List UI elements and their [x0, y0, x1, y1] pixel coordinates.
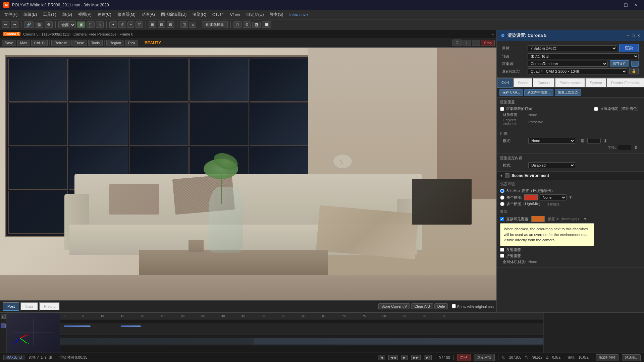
- 3dsmax-radio[interactable]: [500, 189, 504, 193]
- viewport-collapse[interactable]: −: [492, 32, 494, 36]
- unlink-button[interactable]: ⛓: [35, 22, 43, 28]
- rotate-button[interactable]: ↺: [118, 21, 126, 28]
- render-setup[interactable]: ⚙: [243, 21, 251, 28]
- stats-tab[interactable]: Stats: [20, 302, 38, 311]
- direct-visible-check[interactable]: [500, 217, 504, 221]
- delete-btn[interactable]: Dele: [434, 303, 448, 309]
- menu-edit[interactable]: 编辑(B): [21, 11, 40, 18]
- save-file-button[interactable]: 保存文件: [610, 60, 629, 67]
- single-arrow[interactable]: ▼: [569, 195, 573, 200]
- align-button[interactable]: ≡: [190, 22, 196, 28]
- redo-button[interactable]: ↪: [11, 21, 18, 28]
- frame-next[interactable]: ▶▶: [411, 355, 421, 360]
- snap3d[interactable]: ⊠: [167, 21, 174, 28]
- maxscript-area[interactable]: MAXScript: [3, 355, 25, 360]
- tab-common[interactable]: 公用: [497, 78, 513, 87]
- zoom-in[interactable]: +: [463, 40, 471, 46]
- select-circle[interactable]: ⬚: [87, 21, 95, 28]
- menu-modifiers[interactable]: 修改器(M): [115, 11, 138, 18]
- pick-button[interactable]: Pick: [125, 40, 138, 46]
- selection-dropdown[interactable]: 全部: [58, 21, 76, 28]
- single-map-radio[interactable]: [500, 195, 504, 200]
- reflect-check[interactable]: [500, 248, 504, 252]
- menu-view[interactable]: 视图(V): [75, 11, 94, 18]
- menu-custom[interactable]: 自定义(U): [244, 11, 267, 18]
- zoom-out[interactable]: −: [472, 40, 480, 46]
- menu-graph-editor[interactable]: 图形编辑器(D): [158, 11, 190, 18]
- material-editor[interactable]: ⬡: [233, 21, 241, 28]
- menu-render[interactable]: 渲染(R): [190, 11, 209, 18]
- tab-scene[interactable]: Scene: [513, 78, 533, 87]
- tab-camera[interactable]: Camera: [533, 78, 555, 87]
- auto-button[interactable]: 自动: [457, 354, 471, 361]
- erase-button[interactable]: Erase: [71, 40, 87, 46]
- render-selected-mode[interactable]: Disabled: [528, 162, 575, 168]
- lock-view[interactable]: 🔒: [629, 68, 639, 74]
- tools-button[interactable]: Tools: [88, 40, 103, 46]
- hidden-lights-check[interactable]: [500, 107, 504, 111]
- render-region[interactable]: 🔲: [262, 21, 271, 28]
- tab-performance[interactable]: Performance: [555, 78, 585, 87]
- frame-start[interactable]: |◀: [378, 355, 385, 360]
- link-button[interactable]: 🔗: [24, 21, 34, 28]
- lightmix-radio[interactable]: [500, 202, 504, 206]
- menu-create[interactable]: 创建(C): [95, 11, 114, 18]
- mirror-button[interactable]: ◫: [180, 21, 188, 28]
- menu-script[interactable]: 脚本(S): [267, 11, 286, 18]
- half-input[interactable]: 1.0: [618, 145, 631, 150]
- tab-render-elements[interactable]: Render Elements: [606, 78, 644, 87]
- preset-select[interactable]: 未选定预设: [528, 53, 639, 59]
- save-cxr-btn[interactable]: 保存 CXR...: [499, 89, 523, 96]
- close-button[interactable]: ×: [634, 2, 637, 8]
- single-color[interactable]: [524, 194, 538, 200]
- maximize-button[interactable]: □: [624, 2, 628, 8]
- menu-v1ew[interactable]: V1ew: [227, 11, 243, 18]
- show-original-check[interactable]: [452, 304, 456, 308]
- frame-prev[interactable]: ◀◀: [388, 355, 398, 360]
- region-button[interactable]: Region: [106, 40, 124, 46]
- history-tab[interactable]: History: [39, 302, 60, 311]
- set-key-btn[interactable]: 选定对集: [474, 354, 495, 361]
- exclusion-mode-select[interactable]: None: [528, 138, 575, 144]
- only-selected-check[interactable]: [594, 107, 598, 111]
- max-button[interactable]: Max: [17, 40, 30, 46]
- snap2d[interactable]: ⊟: [158, 21, 165, 28]
- frame-end[interactable]: ▶|: [424, 355, 432, 360]
- tab-system[interactable]: System: [585, 78, 606, 87]
- post-tab[interactable]: Post: [3, 302, 19, 311]
- menu-c1v11[interactable]: C1v11: [210, 11, 227, 18]
- rs-close[interactable]: ×: [637, 33, 640, 38]
- quick-render-btn[interactable]: 恢复上次渲染: [555, 89, 581, 96]
- target-select[interactable]: 产品级渲染模式: [528, 45, 617, 51]
- ctrl-c-button[interactable]: Ctrl+C: [31, 40, 48, 46]
- snap-button[interactable]: ⊞: [149, 21, 156, 28]
- menu-group[interactable]: 组(G): [60, 11, 75, 18]
- filter-btn[interactable]: 过滤器...: [622, 354, 641, 361]
- move-button[interactable]: ✦: [109, 21, 117, 28]
- create-selection[interactable]: 创建选择集: [202, 21, 228, 28]
- rs-restore[interactable]: □: [632, 33, 635, 38]
- from-file-btn[interactable]: 从文件中恢复...: [524, 89, 553, 96]
- undo-button[interactable]: ↩: [2, 21, 9, 28]
- zoom-fit[interactable]: ⊡: [452, 40, 462, 46]
- minimize-button[interactable]: −: [614, 2, 618, 8]
- expand-left[interactable]: ▷: [1, 314, 6, 319]
- stop-button[interactable]: Stop: [481, 40, 495, 46]
- direct-color-swatch[interactable]: [531, 216, 545, 222]
- half-adjust2[interactable]: ⬍: [634, 145, 638, 150]
- rs-minimize[interactable]: −: [627, 33, 629, 38]
- map-dropdown[interactable]: ▼: [583, 217, 587, 221]
- menu-tools[interactable]: 工具(T): [40, 11, 59, 18]
- scene-env-header[interactable]: ▼ Scene Environment: [497, 172, 644, 180]
- view-select[interactable]: Quad 4 - CAM 2 2500 × 1346: [528, 68, 627, 74]
- renderer-select[interactable]: CoronaRenderer: [528, 61, 608, 67]
- scale-button[interactable]: ⌖: [127, 21, 134, 28]
- frame-play[interactable]: ▶: [401, 355, 408, 360]
- half-adjust[interactable]: ⬍: [603, 138, 607, 143]
- refract-check[interactable]: [500, 254, 504, 258]
- bind-button[interactable]: ⚙: [45, 21, 53, 28]
- render-frame[interactable]: 🖼: [252, 22, 261, 28]
- add-time-btn[interactable]: 添加时间帧: [596, 354, 619, 361]
- clear-ab[interactable]: Clear A/B: [411, 303, 433, 309]
- menu-file[interactable]: 文件(F): [2, 11, 20, 18]
